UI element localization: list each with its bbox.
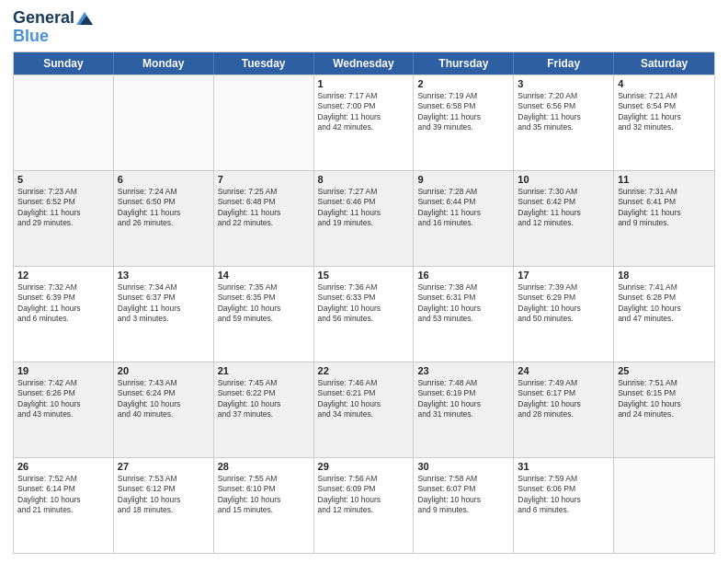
cell-line: and 29 minutes. [17, 218, 109, 228]
calendar-cell: 18Sunrise: 7:41 AMSunset: 6:28 PMDayligh… [614, 267, 714, 362]
calendar-cell: 13Sunrise: 7:34 AMSunset: 6:37 PMDayligh… [114, 267, 214, 362]
calendar-row-1: 5Sunrise: 7:23 AMSunset: 6:52 PMDaylight… [14, 170, 714, 266]
cell-line: Sunset: 6:58 PM [417, 101, 509, 111]
cell-line: Sunrise: 7:51 AM [618, 378, 711, 388]
cell-line: and 24 minutes. [618, 409, 711, 419]
cell-line: Daylight: 10 hours [618, 304, 711, 314]
cell-line: Daylight: 11 hours [17, 304, 109, 314]
cell-line: and 43 minutes. [17, 409, 109, 419]
calendar-cell [114, 75, 214, 170]
cell-line: Sunset: 6:39 PM [17, 293, 109, 303]
calendar-row-4: 26Sunrise: 7:52 AMSunset: 6:14 PMDayligh… [14, 457, 714, 553]
cell-line: Daylight: 10 hours [118, 399, 210, 409]
day-number: 23 [417, 365, 509, 376]
cell-line: Sunset: 6:12 PM [118, 484, 210, 494]
day-number: 31 [518, 461, 609, 472]
cell-line: Daylight: 10 hours [618, 399, 711, 409]
cell-line: Sunset: 6:44 PM [417, 197, 509, 207]
calendar-cell: 7Sunrise: 7:25 AMSunset: 6:48 PMDaylight… [214, 171, 314, 266]
cell-line: Sunset: 6:37 PM [118, 293, 210, 303]
calendar-row-3: 19Sunrise: 7:42 AMSunset: 6:26 PMDayligh… [14, 362, 714, 457]
day-number: 4 [618, 78, 711, 89]
day-number: 28 [218, 461, 310, 472]
cell-line: Sunset: 6:41 PM [618, 197, 711, 207]
day-number: 29 [318, 461, 410, 472]
cell-line: Sunset: 6:24 PM [118, 388, 210, 398]
calendar-cell: 21Sunrise: 7:45 AMSunset: 6:22 PMDayligh… [214, 362, 314, 457]
cell-line: Sunrise: 7:30 AM [518, 187, 609, 197]
calendar-cell: 19Sunrise: 7:42 AMSunset: 6:26 PMDayligh… [14, 362, 114, 457]
cell-line: Sunrise: 7:49 AM [518, 378, 609, 388]
calendar-cell: 4Sunrise: 7:21 AMSunset: 6:54 PMDaylight… [614, 75, 714, 170]
cell-line: and 21 minutes. [17, 505, 109, 515]
calendar-cell: 27Sunrise: 7:53 AMSunset: 6:12 PMDayligh… [114, 458, 214, 553]
cell-line: and 15 minutes. [218, 505, 310, 515]
cell-line: and 37 minutes. [218, 409, 310, 419]
cell-line: and 40 minutes. [118, 409, 210, 419]
cell-line: Daylight: 10 hours [417, 304, 509, 314]
cell-line: Sunset: 6:35 PM [218, 293, 310, 303]
day-number: 1 [318, 78, 410, 89]
calendar-cell: 14Sunrise: 7:35 AMSunset: 6:35 PMDayligh… [214, 267, 314, 362]
cell-line: and 47 minutes. [618, 314, 711, 324]
cell-line: Sunset: 6:10 PM [218, 484, 310, 494]
cell-line: and 59 minutes. [218, 314, 310, 324]
cell-line: Daylight: 10 hours [17, 495, 109, 505]
cell-line: and 53 minutes. [417, 314, 509, 324]
calendar-cell: 5Sunrise: 7:23 AMSunset: 6:52 PMDaylight… [14, 171, 114, 266]
cell-line: Sunrise: 7:38 AM [417, 282, 509, 293]
cell-line: Daylight: 10 hours [218, 304, 310, 314]
day-number: 20 [118, 365, 210, 376]
calendar-cell: 11Sunrise: 7:31 AMSunset: 6:41 PMDayligh… [614, 171, 714, 266]
header-cell-wednesday: Wednesday [314, 52, 415, 75]
cell-line: Daylight: 11 hours [118, 304, 210, 314]
calendar: SundayMondayTuesdayWednesdayThursdayFrid… [13, 52, 715, 554]
calendar-cell: 16Sunrise: 7:38 AMSunset: 6:31 PMDayligh… [414, 267, 514, 362]
cell-line: Sunset: 6:46 PM [318, 197, 410, 207]
cell-line: Sunrise: 7:23 AM [17, 187, 109, 197]
header-cell-saturday: Saturday [614, 52, 714, 75]
cell-line: Sunrise: 7:55 AM [218, 474, 310, 484]
cell-line: Sunset: 6:07 PM [417, 484, 509, 494]
cell-line: and 35 minutes. [518, 122, 609, 132]
day-number: 11 [618, 174, 711, 185]
cell-line: and 18 minutes. [118, 505, 210, 515]
header-cell-tuesday: Tuesday [214, 52, 314, 75]
calendar-cell: 1Sunrise: 7:17 AMSunset: 7:00 PMDaylight… [314, 75, 415, 170]
day-number: 8 [318, 174, 410, 185]
cell-line: Sunrise: 7:31 AM [618, 187, 711, 197]
cell-line: Sunset: 6:56 PM [518, 101, 609, 111]
calendar-cell: 3Sunrise: 7:20 AMSunset: 6:56 PMDaylight… [514, 75, 614, 170]
cell-line: Daylight: 11 hours [518, 208, 609, 218]
cell-line: Daylight: 10 hours [318, 495, 410, 505]
cell-line: Sunrise: 7:46 AM [318, 378, 410, 388]
calendar-row-2: 12Sunrise: 7:32 AMSunset: 6:39 PMDayligh… [14, 266, 714, 362]
header-cell-friday: Friday [514, 52, 614, 75]
cell-line: Daylight: 10 hours [518, 495, 609, 505]
calendar-cell: 8Sunrise: 7:27 AMSunset: 6:46 PMDaylight… [314, 171, 415, 266]
calendar-cell: 9Sunrise: 7:28 AMSunset: 6:44 PMDaylight… [414, 171, 514, 266]
cell-line: Daylight: 10 hours [118, 495, 210, 505]
cell-line: Sunrise: 7:34 AM [118, 282, 210, 293]
day-number: 24 [518, 365, 609, 376]
cell-line: Sunset: 6:15 PM [618, 388, 711, 398]
header-cell-monday: Monday [114, 52, 214, 75]
cell-line: Daylight: 10 hours [318, 399, 410, 409]
cell-line: Sunset: 6:21 PM [318, 388, 410, 398]
calendar-row-0: 1Sunrise: 7:17 AMSunset: 7:00 PMDaylight… [14, 75, 714, 170]
cell-line: Daylight: 10 hours [518, 304, 609, 314]
cell-line: and 56 minutes. [318, 314, 410, 324]
cell-line: Sunrise: 7:41 AM [618, 282, 711, 293]
cell-line: and 26 minutes. [118, 218, 210, 228]
cell-line: Daylight: 11 hours [218, 208, 310, 218]
cell-line: Sunrise: 7:17 AM [318, 91, 410, 101]
cell-line: and 6 minutes. [518, 505, 609, 515]
cell-line: Sunset: 6:14 PM [17, 484, 109, 494]
calendar-cell: 10Sunrise: 7:30 AMSunset: 6:42 PMDayligh… [514, 171, 614, 266]
cell-line: Sunset: 6:09 PM [318, 484, 410, 494]
cell-line: Daylight: 11 hours [417, 112, 509, 122]
cell-line: Sunset: 6:19 PM [417, 388, 509, 398]
cell-line: Daylight: 11 hours [618, 208, 711, 218]
day-number: 17 [518, 270, 609, 281]
cell-line: Sunrise: 7:36 AM [318, 282, 410, 293]
